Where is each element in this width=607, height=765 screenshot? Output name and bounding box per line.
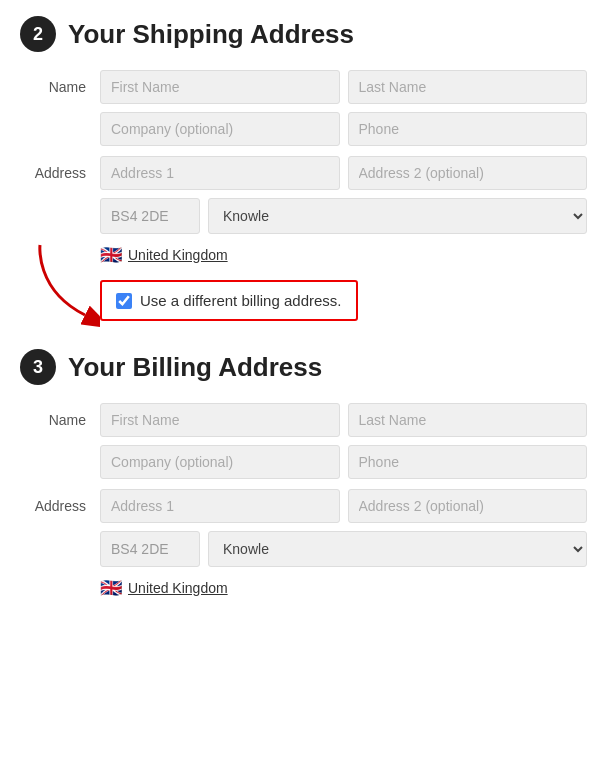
shipping-address2-input[interactable] — [348, 156, 588, 190]
shipping-name-label: Name — [20, 70, 100, 95]
different-billing-checkbox-box: Use a different billing address. — [100, 280, 358, 321]
shipping-last-name-input[interactable] — [348, 70, 588, 104]
shipping-address1-input[interactable] — [100, 156, 340, 190]
billing-name-fields — [100, 403, 587, 479]
shipping-company-input[interactable] — [100, 112, 340, 146]
billing-title: Your Billing Address — [68, 352, 322, 383]
shipping-name-fields — [100, 70, 587, 146]
billing-flag-icon: 🇬🇧 — [100, 577, 122, 599]
shipping-section: 2 Your Shipping Address Name Address Kno… — [20, 16, 587, 321]
billing-name-row: Name — [20, 403, 587, 479]
shipping-country-row: 🇬🇧 United Kingdom — [100, 244, 587, 266]
billing-address1-input[interactable] — [100, 489, 340, 523]
shipping-address-label: Address — [20, 156, 100, 181]
billing-phone-input[interactable] — [348, 445, 588, 479]
red-arrow-icon — [30, 240, 100, 330]
billing-first-name-input[interactable] — [100, 403, 340, 437]
billing-step-circle: 3 — [20, 349, 56, 385]
billing-address-row: Address Knowle — [20, 489, 587, 567]
billing-address-label: Address — [20, 489, 100, 514]
billing-last-name-input[interactable] — [348, 403, 588, 437]
billing-company-input[interactable] — [100, 445, 340, 479]
shipping-flag-icon: 🇬🇧 — [100, 244, 122, 266]
shipping-address-fields: Knowle — [100, 156, 587, 234]
shipping-address-row: Address Knowle — [20, 156, 587, 234]
billing-country-link[interactable]: United Kingdom — [128, 580, 228, 596]
billing-section: 3 Your Billing Address Name Address Know… — [20, 349, 587, 599]
shipping-name-row: Name — [20, 70, 587, 146]
different-billing-checkbox[interactable] — [116, 293, 132, 309]
billing-name-label: Name — [20, 403, 100, 428]
shipping-step-circle: 2 — [20, 16, 56, 52]
shipping-country-link[interactable]: United Kingdom — [128, 247, 228, 263]
shipping-header: 2 Your Shipping Address — [20, 16, 587, 52]
shipping-phone-input[interactable] — [348, 112, 588, 146]
billing-zip-input[interactable] — [100, 531, 200, 567]
billing-address2-input[interactable] — [348, 489, 588, 523]
billing-address-fields: Knowle — [100, 489, 587, 567]
shipping-title: Your Shipping Address — [68, 19, 354, 50]
shipping-zip-input[interactable] — [100, 198, 200, 234]
billing-checkbox-area: Use a different billing address. — [100, 280, 587, 321]
billing-city-select[interactable]: Knowle — [208, 531, 587, 567]
billing-header: 3 Your Billing Address — [20, 349, 587, 385]
different-billing-label[interactable]: Use a different billing address. — [140, 292, 342, 309]
shipping-city-select[interactable]: Knowle — [208, 198, 587, 234]
shipping-first-name-input[interactable] — [100, 70, 340, 104]
billing-country-row: 🇬🇧 United Kingdom — [100, 577, 587, 599]
arrow-container: Use a different billing address. — [100, 280, 587, 321]
